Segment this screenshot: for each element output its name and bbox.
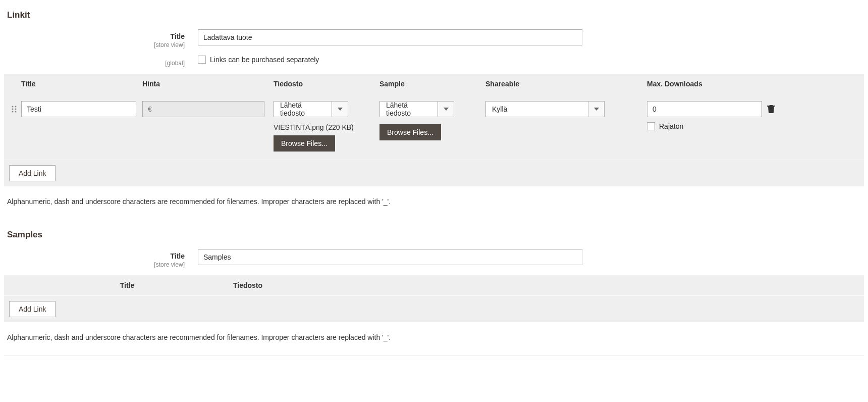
linkit-title-label: Title (170, 32, 185, 40)
row-file-browse-button[interactable]: Browse Files... (274, 135, 335, 152)
linkit-note: Alphanumeric, dash and underscore charac… (7, 197, 864, 206)
samples-title-scope: [store view] (4, 261, 185, 268)
row-sample-select[interactable]: Lähetä tiedosto (379, 101, 454, 117)
svg-point-0 (12, 106, 14, 108)
col-share-head: Shareable (485, 80, 647, 88)
row-max-input[interactable] (647, 101, 762, 117)
chevron-down-icon (588, 101, 605, 117)
row-sample-browse-button[interactable]: Browse Files... (379, 124, 441, 140)
section-title-linkit: Linkit (7, 10, 864, 20)
col-max-head: Max. Downloads (647, 80, 767, 88)
linkit-title-scope: [store view] (4, 41, 185, 48)
col-file-head: Tiedosto (274, 80, 379, 88)
add-link-button[interactable]: Add Link (9, 165, 56, 181)
samples-title-field: Title [store view] (4, 249, 864, 268)
row-shareable-select[interactable]: Kyllä (485, 101, 605, 117)
col-price-head: Hinta (142, 80, 274, 88)
samples-note: Alphanumeric, dash and underscore charac… (7, 333, 864, 341)
rajaton-checkbox[interactable] (647, 122, 655, 130)
drag-handle-icon[interactable] (11, 101, 21, 113)
samples-add-link-button[interactable]: Add Link (9, 301, 56, 317)
row-file-name: VIESTINTÄ.png (220 KB) (274, 123, 379, 131)
svg-point-5 (15, 111, 17, 113)
links-grid-head: Title Hinta Tiedosto Sample Shareable Ma… (4, 74, 864, 94)
col-title-head: Title (21, 80, 142, 88)
samples-title-input[interactable] (198, 249, 582, 265)
linkit-title-field: Title [store view] (4, 29, 864, 48)
samples-col-file-head: Tiedosto (233, 281, 864, 289)
linkit-separate-checkbox[interactable] (198, 56, 206, 64)
row-sample-select-value: Lähetä tiedosto (379, 101, 438, 117)
rajaton-label: Rajaton (659, 122, 683, 130)
svg-point-2 (12, 109, 14, 110)
linkit-separate-field: [global] Links can be purchased separate… (4, 56, 864, 67)
delete-row-button[interactable] (767, 101, 782, 113)
section-divider (4, 356, 864, 356)
svg-point-1 (15, 106, 17, 108)
linkit-title-input[interactable] (198, 29, 582, 45)
row-price-input[interactable] (142, 101, 264, 117)
row-title-input[interactable] (21, 101, 136, 117)
row-file-select[interactable]: Lähetä tiedosto (274, 101, 348, 117)
section-title-samples: Samples (7, 230, 864, 240)
svg-point-4 (12, 111, 14, 113)
linkit-global-scope: [global] (4, 60, 185, 67)
samples-section: Samples Title [store view] Title Tiedost… (0, 220, 868, 341)
row-file-select-value: Lähetä tiedosto (274, 101, 332, 117)
links-grid: Title Hinta Tiedosto Sample Shareable Ma… (4, 74, 864, 186)
samples-col-title-head: Title (21, 281, 233, 289)
linkit-section: Linkit Title [store view] [global] Links… (0, 0, 868, 206)
linkit-separate-label: Links can be purchased separately (210, 56, 319, 64)
svg-point-3 (15, 109, 17, 110)
row-shareable-value: Kyllä (485, 101, 588, 117)
samples-title-label: Title (170, 252, 185, 260)
samples-grid-head: Title Tiedosto (4, 275, 864, 295)
col-sample-head: Sample (379, 80, 485, 88)
chevron-down-icon (438, 101, 454, 117)
chevron-down-icon (332, 101, 348, 117)
samples-grid: Title Tiedosto Add Link (4, 275, 864, 322)
link-row: Lähetä tiedosto VIESTINTÄ.png (220 KB) B… (7, 101, 861, 152)
